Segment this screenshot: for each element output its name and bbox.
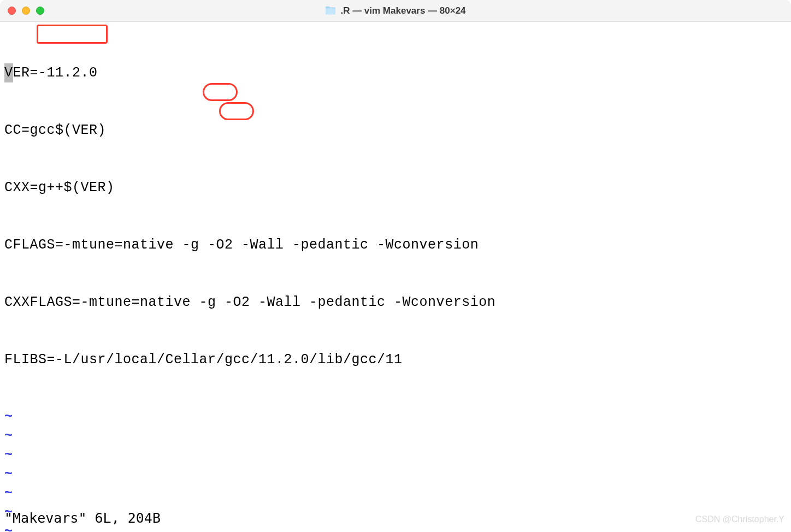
vim-status-line: "Makevars" 6L, 204B [4, 509, 161, 528]
traffic-lights [0, 7, 44, 15]
close-button[interactable] [8, 7, 16, 15]
cursor: V [4, 63, 13, 82]
folder-icon [325, 6, 336, 15]
window-titlebar: .R — vim Makevars — 80×24 [0, 0, 791, 22]
editor-line: CFLAGS=-mtune=native -g -O2 -Wall -pedan… [4, 235, 787, 255]
minimize-button[interactable] [22, 7, 30, 15]
window-title-text: .R — vim Makevars — 80×24 [340, 4, 465, 17]
vim-empty-line: ~ [4, 484, 787, 503]
maximize-button[interactable] [36, 7, 44, 15]
editor-line: CC=gcc$(VER) [4, 121, 787, 140]
vim-empty-line: ~ [4, 446, 787, 465]
vim-empty-line: ~ [4, 465, 787, 484]
editor-line: VER=-11.2.0 [4, 63, 787, 82]
vim-empty-line: ~ [4, 407, 787, 427]
terminal-content[interactable]: VER=-11.2.0 CC=gcc$(VER) CXX=g++$(VER) C… [0, 22, 791, 532]
editor-line: CXXFLAGS=-mtune=native -g -O2 -Wall -ped… [4, 293, 787, 312]
watermark: CSDN @Christopher.Y [695, 513, 784, 525]
line-text: ER=-11.2.0 [13, 65, 98, 81]
vim-empty-line: ~ [4, 427, 787, 446]
editor-line: CXX=g++$(VER) [4, 178, 787, 197]
window-title: .R — vim Makevars — 80×24 [0, 4, 791, 17]
editor-line: FLIBS=-L/usr/local/Cellar/gcc/11.2.0/lib… [4, 350, 787, 369]
